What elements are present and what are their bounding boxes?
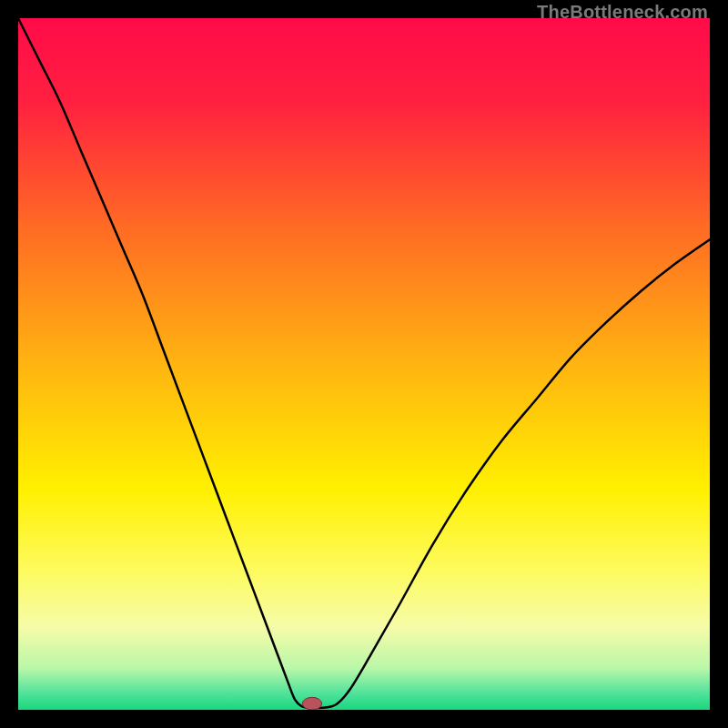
plot-area	[18, 18, 710, 710]
watermark-text: TheBottleneck.com	[537, 2, 708, 23]
chart-svg	[18, 18, 710, 710]
chart-frame: TheBottleneck.com	[0, 0, 728, 728]
optimal-point-marker	[302, 697, 321, 710]
gradient-background	[18, 18, 710, 710]
